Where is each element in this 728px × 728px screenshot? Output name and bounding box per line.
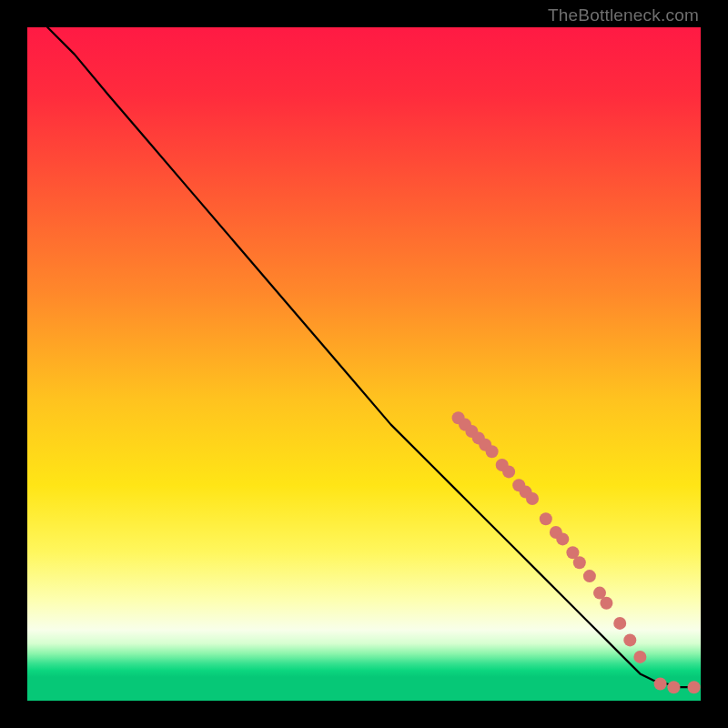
highlight-dot bbox=[613, 617, 626, 630]
highlight-dot bbox=[540, 512, 552, 525]
highlight-dot bbox=[526, 492, 539, 505]
highlight-dot bbox=[583, 570, 596, 582]
highlight-dot bbox=[600, 597, 612, 610]
highlight-dot bbox=[688, 681, 701, 693]
highlight-dot bbox=[502, 465, 515, 478]
highlight-dot bbox=[486, 445, 499, 458]
highlight-dot bbox=[623, 633, 636, 646]
chart-svg bbox=[27, 27, 701, 701]
highlight-dot bbox=[573, 556, 586, 569]
watermark-text: TheBottleneck.com bbox=[548, 5, 699, 25]
highlight-dot bbox=[654, 678, 667, 691]
highlight-dot bbox=[633, 651, 646, 663]
highlight-dot bbox=[667, 681, 680, 693]
chart-frame bbox=[27, 27, 701, 701]
highlight-dot bbox=[556, 532, 569, 545]
gradient-background bbox=[27, 27, 701, 701]
